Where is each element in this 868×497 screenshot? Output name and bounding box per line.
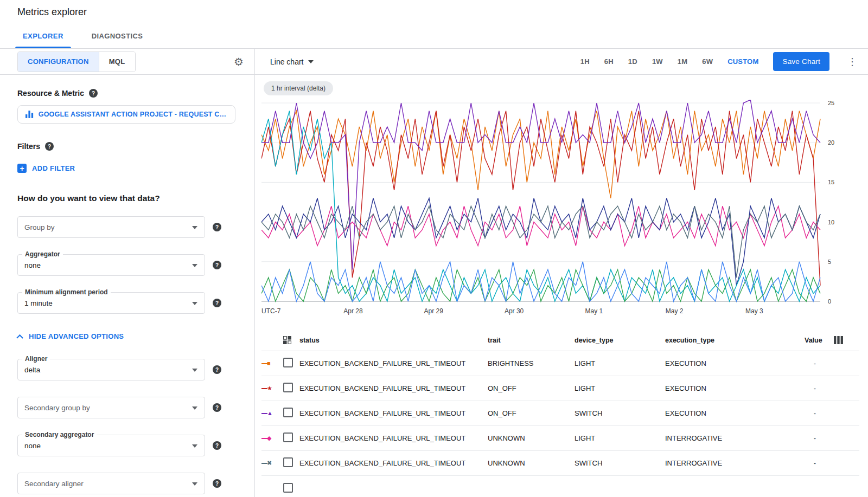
row-checkbox[interactable] [283,358,293,367]
table-body: ■EXECUTION_BACKEND_FAILURE_URL_TIMEOUTBR… [261,351,859,497]
chevron-up-icon [16,334,23,341]
help-icon[interactable]: ? [213,299,221,307]
select-aggregator[interactable]: Aggregatornone [17,254,205,276]
tab-diagnostics[interactable]: DIAGNOSTICS [78,24,157,48]
row-checkbox[interactable] [283,433,293,442]
range-1h[interactable]: 1H [580,57,590,66]
help-icon[interactable]: ? [213,261,221,269]
value-cell: - [805,384,821,392]
field-value: delta [24,366,40,374]
row-checkbox[interactable] [283,483,293,493]
table-row: ★EXECUTION_BACKEND_FAILURE_URL_TIMEOUTON… [261,376,859,401]
select-secondary-aligner[interactable]: Secondary aligner [17,473,205,494]
more-options-icon[interactable]: ⋮ [844,56,860,68]
svg-text:Apr 29: Apr 29 [424,307,444,315]
device-type-cell: LIGHT [575,359,665,367]
save-chart-button[interactable]: Save Chart [773,52,829,71]
field-value: Secondary group by [24,404,90,412]
field-aggregator: Aggregatornone? [17,254,241,276]
chevron-down-icon [192,226,197,229]
advanced-fields: Alignerdelta?Secondary group by?Secondar… [17,359,241,494]
table-row-partial [261,476,859,497]
chart-toolbar: Line chart 1H 6H 1D 1W 1M 6W CUSTOM Save… [255,49,868,75]
table-row: ■EXECUTION_BACKEND_FAILURE_URL_TIMEOUTBR… [261,351,859,376]
tab-explorer[interactable]: EXPLORER [9,24,78,48]
resource-metric-chip[interactable]: GOOGLE ASSISTANT ACTION PROJECT - REQUES… [17,105,235,124]
select-group-by[interactable]: Group by [17,216,205,238]
mql-toggle[interactable]: MQL [99,52,135,72]
select-minimum-alignment-period[interactable]: Minimum alignment period1 minute [17,292,205,314]
gear-icon[interactable]: ⚙︎ [234,56,244,67]
svg-text:20: 20 [828,139,834,146]
chevron-down-icon [192,482,197,486]
value-cell: - [805,459,821,467]
content: CONFIGURATION MQL ⚙︎ Resource & Metric ?… [0,49,868,497]
table-row: ◆EXECUTION_BACKEND_FAILURE_URL_TIMEOUTUN… [261,426,859,451]
table-row: ▲EXECUTION_BACKEND_FAILURE_URL_TIMEOUTON… [261,401,859,426]
row-checkbox[interactable] [283,408,293,417]
tabbar: EXPLORER DIAGNOSTICS [0,24,868,49]
field-label: Aligner [22,355,50,363]
execution-type-cell: EXECUTION [665,409,805,417]
column-settings-icon[interactable] [834,336,843,344]
status-cell: EXECUTION_BACKEND_FAILURE_URL_TIMEOUT [299,459,488,467]
chart-type-dropdown[interactable]: Line chart [270,57,314,66]
titlebar: Metrics explorer [0,0,868,24]
field-value: Group by [24,223,55,231]
filters-label: Filters ? [17,142,241,151]
select-secondary-group-by[interactable]: Secondary group by [17,397,205,418]
chevron-down-icon [192,302,197,305]
field-secondary-group-by: Secondary group by? [17,397,241,418]
help-icon[interactable]: ? [213,365,221,374]
range-1w[interactable]: 1W [652,57,663,66]
range-6h[interactable]: 6H [604,57,614,66]
svg-text:Apr 28: Apr 28 [343,307,363,315]
hide-advanced-options-toggle[interactable]: HIDE ADVANCED OPTIONS [17,332,241,340]
range-custom[interactable]: CUSTOM [727,57,758,66]
chart-series-navy [261,198,820,286]
col-status: status [299,337,488,344]
add-filter-button[interactable]: + ADD FILTER [17,164,241,173]
select-aligner[interactable]: Alignerdelta [17,359,205,380]
field-group-by: Group by? [17,216,241,238]
help-icon[interactable]: ? [89,89,98,98]
execution-type-cell: INTERROGATIVE [665,459,805,467]
svg-text:25: 25 [828,100,834,106]
field-secondary-aggregator: Secondary aggregatornone? [17,435,241,456]
svg-text:May 3: May 3 [745,307,763,315]
chevron-down-icon [192,406,197,410]
page-title: Metrics explorer [17,7,87,18]
col-device-type: device_type [575,337,665,344]
select-secondary-aggregator[interactable]: Secondary aggregatornone [17,435,205,456]
device-type-cell: LIGHT [575,434,665,442]
field-value: 1 minute [24,299,53,307]
execution-type-cell: EXECUTION [665,384,805,392]
chart-area: 1 hr interval (delta) 0510152025UTC-7Apr… [255,75,868,318]
range-6w[interactable]: 6W [702,57,713,66]
trait-cell: UNKNOWN [488,434,575,442]
row-checkbox[interactable] [283,383,293,392]
configuration-toggle[interactable]: CONFIGURATION [18,52,99,72]
series-legend-mark: ◆ [261,435,283,441]
range-1m[interactable]: 1M [678,57,687,66]
device-type-cell: LIGHT [575,384,665,392]
svg-text:15: 15 [828,179,834,185]
help-icon[interactable]: ? [213,403,221,412]
execution-type-cell: INTERROGATIVE [665,434,805,442]
svg-text:May 2: May 2 [666,307,684,315]
legend-grid-icon[interactable] [283,336,299,344]
field-label: Secondary aggregator [22,431,97,438]
sidebar-body: Resource & Metric ? GOOGLE ASSISTANT ACT… [0,75,254,497]
value-cell: - [805,359,821,367]
row-checkbox[interactable] [283,457,293,467]
svg-text:5: 5 [828,259,831,265]
help-icon[interactable]: ? [213,223,221,231]
help-icon[interactable]: ? [213,441,221,450]
trait-cell: UNKNOWN [488,459,575,467]
help-icon[interactable]: ? [213,479,221,488]
help-icon[interactable]: ? [45,142,54,151]
svg-text:10: 10 [828,219,834,225]
execution-type-cell: EXECUTION [665,359,805,367]
line-chart[interactable]: 0510152025UTC-7Apr 28Apr 29Apr 30May 1Ma… [261,100,858,318]
range-1d[interactable]: 1D [628,57,637,66]
